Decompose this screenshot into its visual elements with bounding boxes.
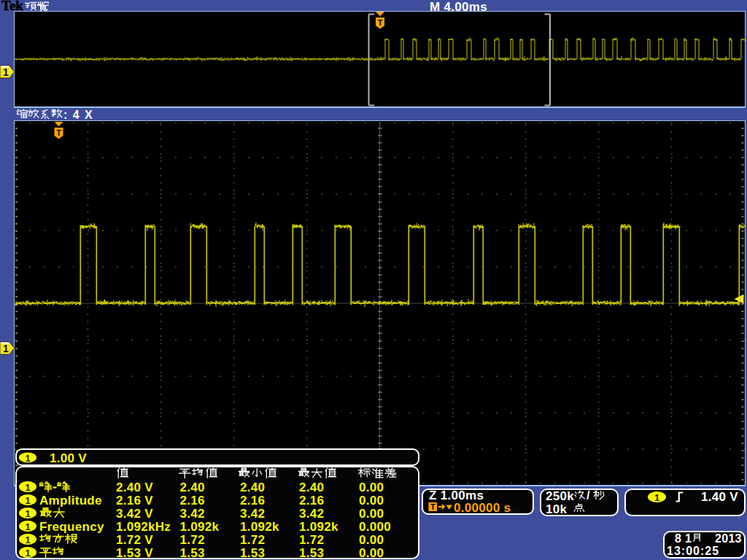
svg-text:1: 1: [25, 495, 30, 506]
svg-text:1: 1: [25, 548, 30, 559]
svg-text:1: 1: [25, 521, 30, 532]
svg-text:1: 1: [25, 508, 30, 519]
svg-text:1: 1: [654, 492, 659, 503]
svg-text:1: 1: [25, 482, 30, 493]
svg-text:1: 1: [25, 453, 30, 464]
svg-text:1: 1: [25, 534, 30, 545]
svg-text:T: T: [430, 502, 436, 511]
